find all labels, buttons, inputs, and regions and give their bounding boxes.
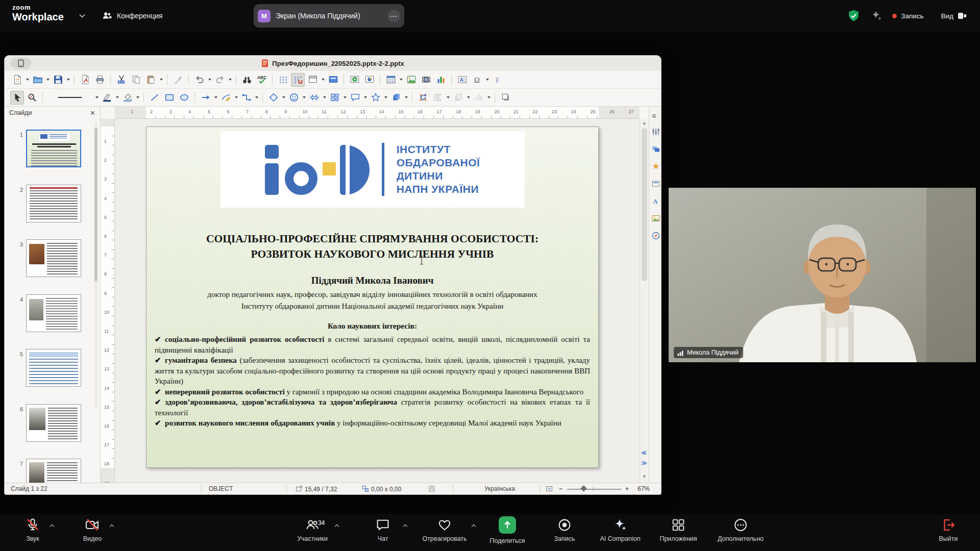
video-chevron-icon[interactable] [109, 523, 115, 528]
zoom-pan-button[interactable] [25, 91, 39, 105]
slide-thumbnail-6[interactable] [26, 404, 81, 442]
snap-to-grid-button[interactable] [291, 73, 305, 87]
fontwork-button[interactable]: F [491, 73, 504, 87]
sidebar-tab-properties[interactable] [651, 127, 660, 136]
fill-color-button[interactable] [120, 91, 134, 105]
statusbar-language[interactable]: Українська [464, 485, 535, 492]
canvas-vertical-scrollbar[interactable]: ▲ ≪ ≫ ▼ [640, 119, 649, 483]
master-slide-button[interactable] [326, 73, 340, 87]
arrange-button[interactable] [451, 91, 465, 105]
line-color-dropdown[interactable] [114, 91, 120, 105]
insert-media-button[interactable] [419, 73, 433, 87]
slide-thumbnail-2[interactable] [26, 185, 81, 222]
scrollbar-thumb[interactable] [642, 128, 647, 281]
toolbar-leave-button[interactable]: Выйти [922, 517, 975, 542]
select-button[interactable] [10, 91, 24, 105]
lines-arrows-dropdown[interactable] [213, 91, 218, 105]
new-document-dropdown[interactable] [24, 73, 30, 87]
scroll-up-arrow[interactable]: ▲ [642, 120, 647, 126]
redo-dropdown[interactable] [227, 73, 233, 87]
toolbar-more-button[interactable]: Дополнительно [706, 517, 775, 542]
toolbar-record-button[interactable]: Запись [539, 517, 590, 542]
react-chevron-icon[interactable] [471, 523, 477, 528]
previous-slide-button[interactable]: ≪ [641, 449, 647, 456]
basic-shapes-button[interactable] [266, 91, 280, 105]
ellipse-button[interactable] [177, 91, 191, 105]
cut-button[interactable] [114, 73, 128, 87]
copy-button[interactable] [129, 73, 143, 87]
toolbar-share-button[interactable]: Поделиться [479, 517, 535, 544]
save-button[interactable] [51, 73, 65, 87]
toolbar-video-button[interactable]: Видео [69, 517, 116, 542]
stars-banners-button[interactable] [369, 91, 382, 105]
ai-sparkle-icon[interactable] [870, 9, 883, 22]
lines-arrows-button[interactable] [199, 91, 212, 105]
undo-dropdown[interactable] [207, 73, 212, 87]
curves-polygons-dropdown[interactable] [233, 91, 239, 105]
line-color-button[interactable] [100, 91, 114, 105]
next-slide-button[interactable]: ≫ [641, 460, 647, 466]
slides-panel-scrollbar[interactable] [94, 122, 97, 408]
find-replace-button[interactable] [240, 73, 254, 87]
symbol-shapes-button[interactable] [287, 91, 301, 105]
fill-color-dropdown[interactable] [135, 91, 140, 105]
present-current-slide-button[interactable] [362, 73, 376, 87]
open-folder-dropdown[interactable] [45, 73, 51, 87]
sidebar-tab-gallery[interactable] [651, 214, 660, 223]
paste-button[interactable] [144, 73, 158, 87]
toolbar-apps-button[interactable]: Приложения [649, 517, 707, 542]
rotate-button[interactable] [416, 91, 430, 105]
sidebar-tab-navigator[interactable] [651, 231, 660, 240]
participant-video-tile[interactable]: Микола Піддячий [669, 188, 976, 362]
export-pdf-button[interactable] [78, 73, 92, 87]
sidebar-tab-styles[interactable]: A [651, 196, 660, 206]
slide-1[interactable]: ІНСТИТУТОБДАРОВАНОЇДИТИНИНАПН УКРАЇНИ СО… [146, 127, 599, 468]
stars-banners-dropdown[interactable] [383, 91, 388, 105]
curves-polygons-button[interactable] [219, 91, 233, 105]
zoom-slider-track[interactable] [567, 489, 621, 490]
rectangle-button[interactable] [162, 91, 176, 105]
line-style-button[interactable] [46, 91, 93, 105]
insert-line-button[interactable] [148, 91, 161, 105]
insert-chart-button[interactable] [434, 73, 448, 87]
slide-thumbnail-4[interactable] [26, 294, 81, 332]
special-character-dropdown[interactable] [484, 73, 490, 87]
insert-table-button[interactable] [384, 73, 398, 87]
callouts-button[interactable] [348, 91, 362, 105]
sidebar-tab-animation[interactable] [651, 162, 660, 171]
flip-button[interactable] [472, 91, 485, 105]
toolbar-chat-button[interactable]: Чат [356, 517, 409, 542]
tab-shared-screen[interactable]: M Экран (Микола Піддячий) ··· [254, 4, 404, 28]
sidebar-menu-icon[interactable]: ≡ [652, 112, 656, 120]
insert-table-dropdown[interactable] [398, 73, 404, 87]
block-arrows-dropdown[interactable] [322, 91, 327, 105]
flowchart-button[interactable] [328, 91, 341, 105]
slide-thumbnail-1[interactable] [26, 130, 81, 167]
slides-panel-close-button[interactable]: ✕ [90, 109, 95, 117]
start-slideshow-button[interactable] [348, 73, 361, 87]
flip-dropdown[interactable] [486, 91, 492, 105]
sidebar-tab-slide-transition[interactable] [651, 144, 660, 154]
slide-canvas[interactable]: ІНСТИТУТОБДАРОВАНОЇДИТИНИНАПН УКРАЇНИ СО… [115, 119, 640, 483]
flowchart-dropdown[interactable] [342, 91, 348, 105]
callouts-dropdown[interactable] [362, 91, 368, 105]
tab-conference[interactable]: Конференция [102, 7, 163, 24]
toolbar-ai-companion-button[interactable]: AI Companion [590, 517, 650, 542]
line-style-dropdown[interactable] [94, 91, 100, 105]
3d-objects-dropdown[interactable] [403, 91, 409, 105]
special-character-button[interactable]: Ω [470, 73, 484, 87]
audio-chevron-icon[interactable] [49, 523, 55, 528]
open-folder-button[interactable] [31, 73, 44, 87]
shadow-button[interactable] [499, 91, 512, 105]
redo-button[interactable] [213, 73, 227, 87]
toolbar-participants-button[interactable]: 34Участники [284, 517, 341, 542]
connectors-dropdown[interactable] [254, 91, 259, 105]
participants-chevron-icon[interactable] [334, 523, 340, 528]
fit-slide-icon[interactable] [546, 485, 555, 493]
symbol-shapes-dropdown[interactable] [301, 91, 307, 105]
workspace-chevron-down-icon[interactable] [78, 11, 87, 20]
insert-textbox-button[interactable]: A [455, 73, 469, 87]
view-menu-button[interactable]: Вид [941, 12, 967, 20]
paste-dropdown[interactable] [158, 73, 164, 87]
recording-indicator[interactable]: Запись [892, 12, 923, 20]
